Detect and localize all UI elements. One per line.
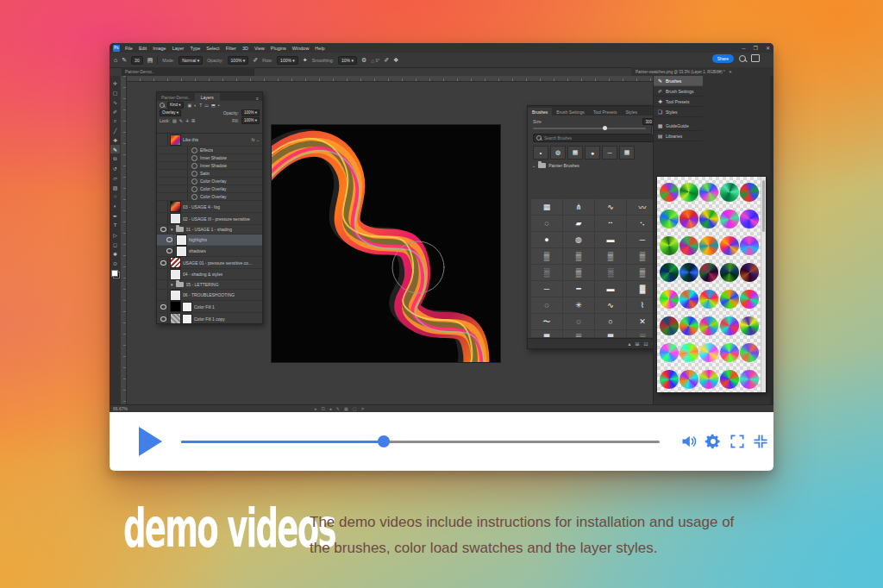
brush-size-preset[interactable]: 30	[131, 56, 143, 65]
type-tool-icon[interactable]: T	[110, 221, 120, 229]
brush-preset[interactable]: ⠒	[595, 216, 626, 231]
layer-thumbnail[interactable]	[171, 291, 180, 300]
brush-preset[interactable]: ◌	[531, 216, 562, 231]
menu-filter[interactable]: Filter	[226, 46, 236, 51]
brush-angle[interactable]: △ 0°	[371, 58, 379, 63]
fx-badge[interactable]: fx ⌄	[252, 137, 262, 142]
visibility-toggle[interactable]	[179, 185, 188, 192]
layer-row[interactable]: Color Overlay	[157, 185, 262, 193]
visibility-toggle[interactable]	[179, 154, 188, 161]
brush-preset[interactable]: ✳	[563, 297, 594, 313]
brush-preset[interactable]: ∿	[595, 199, 626, 215]
gradient-tool-icon[interactable]: ▨	[110, 183, 120, 191]
lock-icon[interactable]: ✛	[185, 118, 189, 123]
footer-icon[interactable]: ⊞	[635, 341, 639, 347]
group-chevron[interactable]: ▾	[171, 282, 173, 287]
menu-edit[interactable]: Edit	[139, 46, 147, 51]
crop-tool-icon[interactable]: ⌗	[110, 116, 120, 125]
brush-preset[interactable]: ▬	[595, 281, 626, 297]
visibility-toggle[interactable]	[160, 225, 168, 234]
layer-row[interactable]: Effects	[157, 147, 262, 154]
quick-select-tool-icon[interactable]: ✐	[110, 107, 120, 116]
layer-row[interactable]: ▾05 - LETTERING	[157, 280, 262, 290]
layer-mask-thumbnail[interactable]	[183, 315, 191, 323]
airbrush-icon[interactable]: ✦	[303, 57, 308, 64]
brush-tool-icon[interactable]: ✎	[110, 145, 120, 153]
size-slider-knob[interactable]	[603, 126, 607, 130]
filter-icon[interactable]: ⬒	[211, 103, 216, 108]
brush-preset[interactable]: ◌	[563, 314, 594, 329]
layer-opacity[interactable]: 100% ▾	[241, 109, 260, 116]
foreground-color-swatch[interactable]	[111, 270, 118, 277]
layer-row[interactable]: Like thisfx ⌄	[157, 134, 262, 147]
layer-thumbnail[interactable]	[171, 202, 180, 211]
brush-preset[interactable]: ━	[563, 281, 594, 297]
layer-thumbnail[interactable]	[171, 214, 180, 223]
progress-knob[interactable]	[378, 435, 390, 447]
brush-preset[interactable]: ○	[595, 314, 626, 329]
layer-row[interactable]: Color Overlay	[157, 193, 262, 201]
brush-preset[interactable]: ⋔	[563, 199, 594, 215]
dock-brush-settings[interactable]: ✐Brush Settings	[654, 86, 703, 97]
visibility-toggle[interactable]	[160, 257, 168, 268]
lock-icon[interactable]: ▨	[172, 118, 177, 123]
size-slider[interactable]	[533, 128, 646, 129]
layer-thumbnail[interactable]	[171, 258, 180, 267]
recent-brush[interactable]: ▦	[619, 146, 635, 160]
path-select-tool-icon[interactable]: ▷	[110, 230, 120, 239]
blur-tool-icon[interactable]: ○	[110, 192, 120, 201]
visibility-toggle[interactable]	[179, 170, 188, 177]
layer-thumbnail[interactable]	[171, 135, 180, 145]
brush-panel-toggle-icon[interactable]: ▤	[147, 57, 153, 64]
brush-preset[interactable]: ◍	[563, 232, 594, 247]
fullscreen-icon[interactable]	[729, 433, 746, 450]
menu-3d[interactable]: 3D	[242, 46, 248, 51]
brush-preset[interactable]: ▬	[595, 232, 626, 247]
smoothing-gear-icon[interactable]: ⚙	[361, 57, 366, 64]
dock-tool-presets[interactable]: ✚Tool Presets	[654, 97, 703, 107]
brush-preset[interactable]: ▒	[531, 248, 562, 264]
dodge-tool-icon[interactable]: ◐	[110, 202, 120, 210]
history-brush-tool-icon[interactable]: ↺	[110, 164, 120, 172]
marquee-tool-icon[interactable]: ▢	[110, 88, 120, 97]
footer-icon[interactable]: ⊡	[643, 341, 648, 347]
layer-row[interactable]: Inner Shadow	[157, 162, 262, 170]
brush-preset[interactable]: 〜	[531, 314, 562, 329]
overlay-icon[interactable]: ✎	[336, 406, 340, 411]
visibility-toggle[interactable]	[160, 301, 168, 312]
menu-image[interactable]: Image	[153, 46, 166, 51]
healing-tool-icon[interactable]: ✚	[110, 135, 120, 144]
search-icon[interactable]	[739, 55, 746, 62]
filter-icon[interactable]: T	[199, 103, 202, 108]
layer-mask-thumbnail[interactable]	[183, 303, 191, 311]
brush-preset[interactable]: ▰	[563, 216, 594, 231]
layer-row[interactable]: 03 - USAGE 4 - fog	[157, 201, 262, 213]
menu-file[interactable]: File	[125, 46, 133, 51]
dock-brushes[interactable]: ✎Brushes	[654, 76, 703, 86]
menu-plugins[interactable]: Plugins	[271, 46, 286, 51]
layer-row[interactable]: Color Overlay	[157, 178, 262, 185]
share-button[interactable]: Share	[712, 54, 734, 63]
foreground-background-swatches[interactable]	[111, 270, 120, 278]
visibility-toggle[interactable]	[160, 213, 168, 224]
brush-preset[interactable]: ▦	[531, 199, 562, 215]
layer-row[interactable]: ▾01 - USAGE 1 - shading	[157, 225, 262, 235]
recent-brush[interactable]: •	[533, 146, 548, 160]
layer-row[interactable]: USAGE 01 - pressure sensitive co...	[157, 257, 262, 269]
overlay-icon[interactable]: ⊡	[322, 406, 325, 411]
tab-brush-settings[interactable]: Brush Settings	[552, 108, 589, 116]
visibility-toggle[interactable]	[166, 235, 174, 245]
menu-type[interactable]: Type	[190, 46, 200, 51]
visibility-toggle[interactable]	[160, 201, 168, 212]
clone-stamp-tool-icon[interactable]: ⧉	[110, 154, 120, 163]
visibility-toggle[interactable]	[160, 290, 168, 300]
brush-preset[interactable]: ▒	[563, 265, 594, 280]
smoothing-select[interactable]: 10% ▾	[338, 56, 357, 65]
layer-row[interactable]: shadows	[157, 246, 262, 257]
swatches-document[interactable]	[657, 177, 766, 392]
zoom-level[interactable]: 66.67%	[113, 406, 128, 411]
layer-thumbnail[interactable]	[177, 235, 186, 245]
menu-layer[interactable]: Layer	[172, 46, 185, 51]
brush-preset-icon[interactable]: ✎	[122, 57, 127, 64]
progress-track[interactable]	[181, 441, 660, 443]
